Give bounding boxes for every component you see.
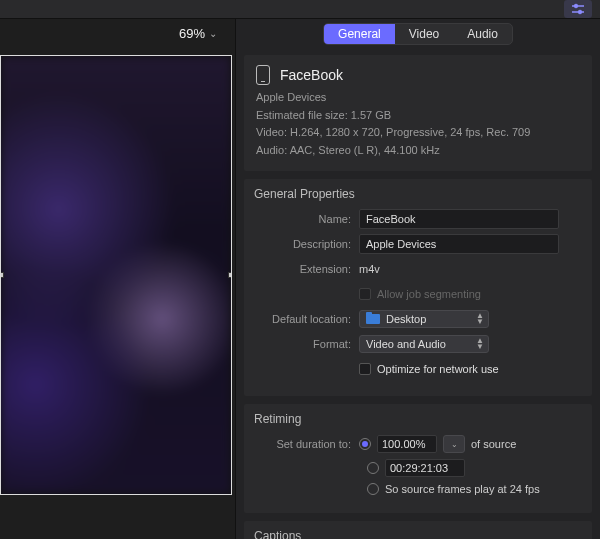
label-name: Name:: [254, 213, 359, 225]
radio-percent[interactable]: [359, 438, 371, 450]
value-extension: m4v: [359, 263, 380, 275]
folder-icon: [366, 314, 380, 324]
tab-general[interactable]: General: [324, 24, 395, 44]
chevron-down-icon: ⌄: [209, 28, 217, 39]
row-frames: So source frames play at 24 fps: [367, 483, 582, 495]
section-retiming: Retiming Set duration to: ⌄ of source: [244, 404, 592, 513]
label-default-location: Default location:: [254, 313, 359, 325]
zoom-control[interactable]: 69% ⌄: [0, 19, 235, 47]
section-title-captions: Captions: [254, 529, 582, 539]
section-title-retiming: Retiming: [254, 412, 582, 426]
row-timecode: [367, 459, 582, 477]
sliders-icon: [570, 3, 586, 15]
input-timecode[interactable]: [385, 459, 465, 477]
zoom-value: 69%: [179, 26, 205, 41]
summary-audio: Audio: AAC, Stereo (L R), 44.100 kHz: [256, 142, 580, 160]
summary-filesize: Estimated file size: 1.57 GB: [256, 107, 580, 125]
value-default-location: Desktop: [386, 313, 426, 325]
resize-handle-right[interactable]: [228, 272, 232, 278]
main: 69% ⌄ General Video Audio FaceBook: [0, 19, 600, 539]
topbar: [0, 0, 600, 19]
inspector-tabs: General Video Audio: [323, 23, 513, 45]
input-description[interactable]: [359, 234, 559, 254]
tab-audio[interactable]: Audio: [453, 24, 512, 44]
select-format[interactable]: Video and Audio ▲▼: [359, 335, 489, 353]
label-frames: So source frames play at 24 fps: [385, 483, 540, 495]
checkbox-optimize[interactable]: [359, 363, 371, 375]
summary-block: FaceBook Apple Devices Estimated file si…: [244, 55, 592, 171]
summary-header: FaceBook: [256, 65, 580, 85]
section-captions: Captions Embed CEA-608 captions: [244, 521, 592, 539]
preview-area: [0, 47, 235, 539]
summary-subtitle: Apple Devices: [256, 89, 580, 107]
label-allow-segmenting: Allow job segmenting: [377, 288, 481, 300]
row-set-duration-percent: Set duration to: ⌄ of source: [254, 434, 582, 454]
svg-point-2: [574, 4, 578, 8]
summary-title: FaceBook: [280, 67, 343, 83]
tab-video[interactable]: Video: [395, 24, 453, 44]
row-allow-segmenting: Allow job segmenting: [254, 284, 582, 304]
svg-point-3: [578, 10, 582, 14]
row-format: Format: Video and Audio ▲▼: [254, 334, 582, 354]
summary-lines: Apple Devices Estimated file size: 1.57 …: [256, 89, 580, 159]
inspector-body: FaceBook Apple Devices Estimated file si…: [236, 47, 600, 539]
label-set-duration: Set duration to:: [254, 438, 359, 450]
label-extension: Extension:: [254, 263, 359, 275]
percent-stepper[interactable]: ⌄: [443, 435, 465, 453]
section-general-properties: General Properties Name: Description: Ex…: [244, 179, 592, 396]
updown-icon: ▲▼: [476, 338, 484, 350]
resize-handle-left[interactable]: [0, 272, 4, 278]
updown-icon: ▲▼: [476, 313, 484, 325]
row-name: Name:: [254, 209, 582, 229]
tabs-row: General Video Audio: [236, 19, 600, 47]
preview-column: 69% ⌄: [0, 19, 235, 539]
inspector-toggle-button[interactable]: [564, 0, 592, 18]
input-name[interactable]: [359, 209, 559, 229]
label-format: Format:: [254, 338, 359, 350]
label-description: Description:: [254, 238, 359, 250]
row-default-location: Default location: Desktop ▲▼: [254, 309, 582, 329]
inspector-column: General Video Audio FaceBook Apple Devic…: [235, 19, 600, 539]
summary-video: Video: H.264, 1280 x 720, Progressive, 2…: [256, 124, 580, 142]
radio-frames[interactable]: [367, 483, 379, 495]
preview-canvas[interactable]: [0, 55, 232, 495]
row-optimize: Optimize for network use: [254, 359, 582, 379]
row-description: Description:: [254, 234, 582, 254]
row-extension: Extension: m4v: [254, 259, 582, 279]
label-optimize: Optimize for network use: [377, 363, 499, 375]
select-default-location[interactable]: Desktop ▲▼: [359, 310, 489, 328]
preview-image: [1, 56, 231, 494]
section-title-general: General Properties: [254, 187, 582, 201]
radio-timecode[interactable]: [367, 462, 379, 474]
input-percent[interactable]: [377, 435, 437, 453]
device-icon: [256, 65, 270, 85]
checkbox-allow-segmenting: [359, 288, 371, 300]
label-of-source: of source: [471, 438, 516, 450]
value-format: Video and Audio: [366, 338, 446, 350]
